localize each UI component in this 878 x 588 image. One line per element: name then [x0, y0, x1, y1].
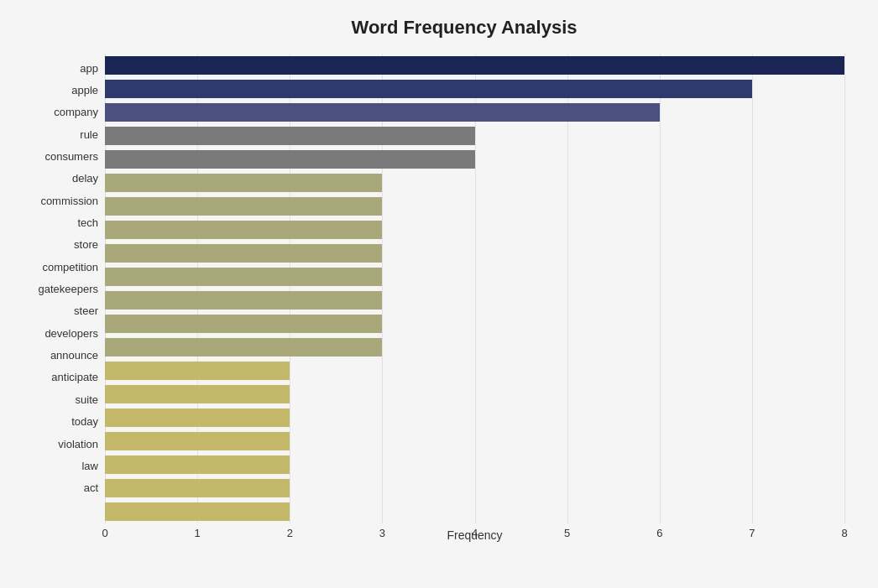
bar: [105, 197, 382, 216]
x-tick: 2: [287, 527, 293, 539]
bar-row: [105, 359, 844, 382]
bar: [105, 103, 660, 122]
y-label: app: [80, 57, 98, 79]
bar: [105, 338, 382, 356]
y-label: law: [81, 455, 98, 476]
y-label: delay: [72, 168, 98, 190]
bar: [105, 150, 475, 169]
y-label: anticipate: [51, 367, 98, 388]
x-tick: 4: [472, 527, 478, 539]
bar-row: [105, 124, 844, 148]
bar: [105, 268, 382, 286]
y-label: developers: [44, 322, 98, 344]
bar-row: [105, 336, 844, 359]
bar: [105, 56, 844, 75]
chart-container: Word Frequency Analysis appapplecompanyr…: [0, 0, 878, 588]
y-label: competition: [43, 256, 98, 278]
y-label: apple: [71, 79, 98, 101]
bar-row: [105, 476, 844, 500]
y-label: violation: [58, 433, 98, 455]
bar-row: [105, 195, 844, 218]
x-tick: 7: [749, 527, 755, 539]
x-tick: 1: [195, 527, 201, 539]
bar-row: [105, 77, 844, 101]
bar: [105, 127, 475, 145]
x-axis: 012345678: [105, 523, 844, 527]
bar-row: [105, 500, 844, 523]
bar-row: [105, 265, 844, 289]
y-label: today: [71, 411, 98, 433]
bar: [105, 479, 290, 497]
bar-row: [105, 289, 844, 312]
y-label: tech: [77, 211, 98, 233]
bar: [105, 408, 290, 427]
y-label: announce: [50, 344, 98, 366]
plot-area: 012345678 Frequency: [105, 54, 844, 524]
bar-row: [105, 312, 844, 336]
x-tick: 5: [564, 527, 570, 539]
y-label: suite: [76, 388, 98, 410]
y-label: consumers: [44, 145, 98, 167]
bar: [105, 174, 382, 192]
bar-row: [105, 218, 844, 242]
y-label: store: [74, 234, 98, 256]
chart-area: appapplecompanyruleconsumersdelaycommiss…: [17, 54, 844, 524]
bar: [105, 221, 382, 239]
y-label: steer: [74, 300, 98, 322]
y-label: commission: [40, 190, 98, 211]
bar-row: [105, 54, 844, 77]
x-tick: 8: [841, 527, 847, 539]
bar: [105, 315, 382, 333]
bar-row: [105, 242, 844, 265]
chart-title: Word Frequency Analysis: [17, 17, 844, 39]
x-tick: 6: [656, 527, 662, 539]
bar: [105, 385, 290, 403]
bar-row: [105, 429, 844, 453]
bar-row: [105, 382, 844, 406]
y-label: rule: [80, 123, 98, 145]
bar: [105, 455, 290, 474]
y-label: company: [54, 101, 98, 123]
grid-line: [844, 54, 845, 523]
bar: [105, 432, 290, 450]
bar-row: [105, 406, 844, 429]
y-axis: appapplecompanyruleconsumersdelaycommiss…: [17, 54, 105, 524]
x-tick: 0: [102, 527, 107, 539]
bar: [105, 502, 290, 521]
bar-row: [105, 148, 844, 171]
bar: [105, 362, 290, 380]
y-label: act: [84, 477, 98, 499]
bar-row: [105, 101, 844, 124]
bar-row: [105, 453, 844, 476]
x-tick: 3: [379, 527, 385, 539]
bar-row: [105, 171, 844, 195]
bars-container: [105, 54, 844, 523]
bar: [105, 244, 382, 263]
y-label: gatekeepers: [38, 278, 98, 299]
bar: [105, 291, 382, 310]
bar: [105, 80, 752, 98]
